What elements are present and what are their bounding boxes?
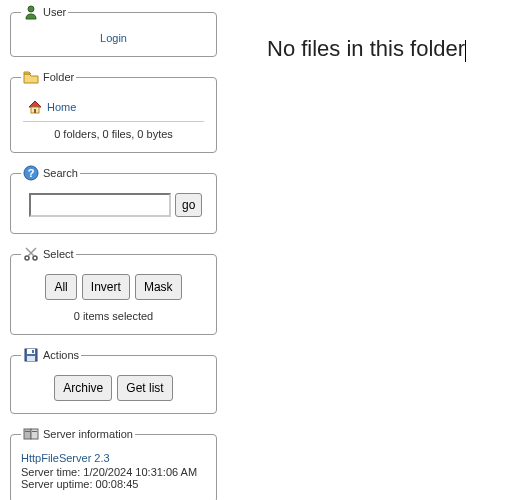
- login-link[interactable]: Login: [100, 32, 127, 44]
- selected-count: 0 items selected: [21, 310, 206, 322]
- text-caret: [465, 40, 466, 62]
- actions-legend: Actions: [21, 347, 81, 363]
- select-panel: Select All Invert Mask 0 items selected: [10, 246, 217, 335]
- select-invert-button[interactable]: Invert: [82, 274, 130, 300]
- svg-point-0: [28, 6, 34, 12]
- empty-folder-message: No files in this folder: [267, 36, 465, 61]
- svg-text:?: ?: [28, 167, 35, 179]
- main-content: No files in this folder: [225, 0, 532, 500]
- server-info-legend-label: Server information: [43, 428, 133, 440]
- search-panel: ? Search go: [10, 165, 217, 234]
- svg-rect-9: [32, 350, 34, 353]
- user-icon: [23, 4, 39, 20]
- svg-rect-10: [27, 356, 35, 361]
- search-legend: ? Search: [21, 165, 80, 181]
- folder-stats: 0 folders, 0 files, 0 bytes: [21, 128, 206, 140]
- home-icon: [27, 99, 43, 115]
- svg-point-5: [25, 256, 29, 260]
- server-time-text: Server time: 1/20/2024 10:31:06 AM: [21, 466, 197, 478]
- actions-legend-label: Actions: [43, 349, 79, 361]
- server-info-panel: Server information HttpFileServer 2.3 Se…: [10, 426, 217, 500]
- user-legend-label: User: [43, 6, 66, 18]
- select-legend: Select: [21, 246, 76, 262]
- svg-point-6: [33, 256, 37, 260]
- user-legend: User: [21, 4, 68, 20]
- help-icon: ?: [23, 165, 39, 181]
- folder-icon: [23, 69, 39, 85]
- save-icon: [23, 347, 39, 363]
- svg-rect-12: [31, 429, 38, 439]
- svg-rect-11: [24, 429, 31, 439]
- folder-separator: [23, 121, 204, 122]
- actions-panel: Actions Archive Get list: [10, 347, 217, 414]
- select-mask-button[interactable]: Mask: [135, 274, 182, 300]
- folder-legend: Folder: [21, 69, 76, 85]
- search-go-button[interactable]: go: [175, 193, 202, 217]
- server-info-icon: [23, 426, 39, 442]
- home-link[interactable]: Home: [47, 101, 76, 113]
- search-input[interactable]: [29, 193, 171, 217]
- archive-button[interactable]: Archive: [54, 375, 112, 401]
- getlist-button[interactable]: Get list: [117, 375, 172, 401]
- server-info-legend: Server information: [21, 426, 135, 442]
- folder-legend-label: Folder: [43, 71, 74, 83]
- svg-rect-13: [25, 431, 30, 432]
- sidebar: User Login Folder Home: [0, 0, 225, 500]
- select-legend-label: Select: [43, 248, 74, 260]
- select-all-button[interactable]: All: [45, 274, 76, 300]
- search-legend-label: Search: [43, 167, 78, 179]
- svg-rect-2: [34, 109, 36, 113]
- user-panel: User Login: [10, 4, 217, 57]
- svg-rect-14: [32, 431, 37, 432]
- server-product-link[interactable]: HttpFileServer 2.3: [21, 452, 110, 464]
- server-uptime-text: Server uptime: 00:08:45: [21, 478, 138, 490]
- scissors-icon: [23, 246, 39, 262]
- folder-panel: Folder Home 0 folders, 0 files, 0 bytes: [10, 69, 217, 153]
